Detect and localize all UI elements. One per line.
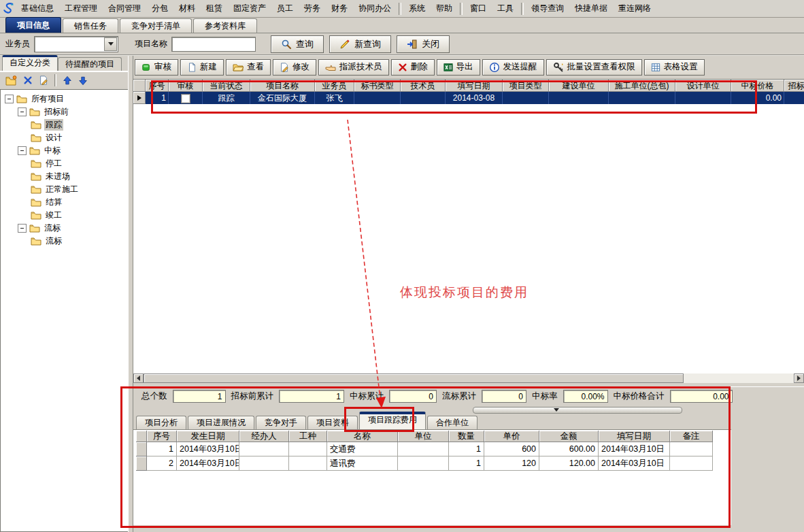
horizontal-scrollbar[interactable] bbox=[133, 373, 804, 383]
tool-down-arrow-icon[interactable] bbox=[78, 76, 88, 86]
column-header-单价[interactable]: 单价 bbox=[484, 431, 539, 442]
menu-item-材料[interactable]: 材料 bbox=[173, 1, 201, 16]
tab-项目跟踪费用[interactable]: 项目跟踪费用 bbox=[359, 412, 426, 429]
审核-button[interactable]: 审核 bbox=[135, 59, 178, 76]
删除-button[interactable]: 删除 bbox=[391, 59, 435, 76]
splitter-slider[interactable] bbox=[473, 407, 682, 414]
column-header-序号[interactable]: 序号 bbox=[146, 80, 169, 92]
column-header-备注[interactable]: 备注 bbox=[670, 431, 713, 442]
menu-item-系统[interactable]: 系统 bbox=[403, 1, 431, 16]
column-header-施工单位(总包)[interactable]: 施工单位(总包) bbox=[609, 80, 675, 92]
新查询-button[interactable]: 新查询 bbox=[329, 35, 391, 53]
column-header-业务员[interactable]: 业务员 bbox=[315, 80, 354, 92]
column-header-发生日期[interactable]: 发生日期 bbox=[177, 431, 239, 442]
tree-item-流标[interactable]: 流标 bbox=[1, 222, 128, 235]
column-header-数量[interactable]: 数量 bbox=[449, 431, 484, 442]
expand-collapse-box[interactable] bbox=[18, 146, 27, 155]
tree-item-设计[interactable]: 设计 bbox=[1, 131, 128, 144]
发送提醒-button[interactable]: 发送提醒 bbox=[482, 59, 544, 76]
tab-合作单位[interactable]: 合作单位 bbox=[427, 416, 478, 429]
tab-销售任务[interactable]: 销售任务 bbox=[63, 18, 118, 33]
menu-item-协同办公[interactable]: 协同办公 bbox=[353, 1, 397, 16]
tab-竞争对手清单[interactable]: 竞争对手清单 bbox=[120, 18, 192, 33]
column-header-金额[interactable]: 金额 bbox=[539, 431, 599, 442]
chevron-down-icon[interactable] bbox=[104, 37, 117, 51]
menu-item-领导查询[interactable]: 领导查询 bbox=[526, 1, 569, 16]
column-header-项目类型[interactable]: 项目类型 bbox=[503, 80, 549, 92]
tree-item-竣工[interactable]: 竣工 bbox=[1, 209, 128, 222]
tab-项目进展情况[interactable]: 项目进展情况 bbox=[188, 416, 254, 429]
menu-item-窗口[interactable]: 窗口 bbox=[465, 1, 492, 16]
tab-项目信息[interactable]: 项目信息 bbox=[5, 17, 61, 33]
menu-item-工程管理[interactable]: 工程管理 bbox=[59, 1, 103, 16]
menu-item-基础信息[interactable]: 基础信息 bbox=[16, 1, 59, 16]
vertical-splitter[interactable] bbox=[128, 56, 133, 532]
column-header-审核[interactable]: 审核 bbox=[169, 80, 203, 92]
tree-item-流标[interactable]: 流标 bbox=[1, 235, 128, 248]
column-header-中标价格[interactable]: 中标价格 bbox=[731, 80, 784, 92]
关闭-button[interactable]: 关闭 bbox=[397, 35, 450, 53]
salesman-combobox[interactable] bbox=[34, 36, 118, 52]
expand-collapse-box[interactable] bbox=[18, 107, 27, 116]
column-header-技术员[interactable]: 技术员 bbox=[401, 80, 446, 92]
menu-item-重连网络[interactable]: 重连网络 bbox=[613, 1, 656, 16]
expand-collapse-box[interactable] bbox=[18, 224, 27, 233]
tool-folder-add-icon[interactable] bbox=[5, 76, 17, 86]
tab-竞争对手[interactable]: 竞争对手 bbox=[256, 416, 306, 429]
column-header-项目名称[interactable]: 项目名称 bbox=[250, 80, 315, 92]
tree-item-招标前[interactable]: 招标前 bbox=[1, 105, 128, 118]
查询-button[interactable]: 查询 bbox=[271, 35, 324, 53]
menu-item-财务[interactable]: 财务 bbox=[326, 1, 353, 16]
指派技术员-button[interactable]: 指派技术员 bbox=[318, 59, 389, 76]
column-header-工种[interactable]: 工种 bbox=[289, 431, 327, 442]
menu-item-劳务[interactable]: 劳务 bbox=[299, 1, 326, 16]
tool-rename-icon[interactable] bbox=[39, 76, 48, 85]
column-header-填写日期[interactable]: 填写日期 bbox=[446, 80, 503, 92]
查看-button[interactable]: 查看 bbox=[226, 59, 271, 76]
scrollbar-thumb[interactable] bbox=[144, 373, 684, 383]
column-header-名称[interactable]: 名称 bbox=[327, 431, 398, 442]
表格设置-button[interactable]: 表格设置 bbox=[644, 59, 705, 76]
menu-item-工具[interactable]: 工具 bbox=[492, 1, 519, 16]
menu-item-员工[interactable]: 员工 bbox=[271, 1, 299, 16]
column-header-当前状态[interactable]: 当前状态 bbox=[203, 80, 250, 92]
tree-item-中标[interactable]: 中标 bbox=[1, 144, 128, 157]
tool-delete-x-icon[interactable] bbox=[23, 76, 33, 85]
tree-item-未进场[interactable]: 未进场 bbox=[1, 170, 128, 183]
tree-item-结算[interactable]: 结算 bbox=[1, 196, 128, 209]
column-header-建设单位[interactable]: 建设单位 bbox=[549, 80, 609, 92]
expense-row[interactable]: 22014年03月10日通讯费1120120.002014年03月10日 bbox=[136, 456, 713, 471]
menu-item-帮助[interactable]: 帮助 bbox=[431, 1, 458, 16]
expand-collapse-box[interactable] bbox=[5, 95, 14, 103]
tree-item-正常施工[interactable]: 正常施工 bbox=[1, 183, 128, 196]
menu-item-合同管理[interactable]: 合同管理 bbox=[103, 1, 146, 16]
menu-item-分包[interactable]: 分包 bbox=[146, 1, 173, 16]
修改-button[interactable]: 修改 bbox=[273, 59, 316, 76]
导出-button[interactable]: 导出 bbox=[437, 59, 480, 76]
menu-item-固定资产[interactable]: 固定资产 bbox=[228, 1, 271, 16]
tab-项目资料[interactable]: 项目资料 bbox=[307, 416, 358, 429]
column-header-设计单位[interactable]: 设计单位 bbox=[675, 80, 731, 92]
tool-up-arrow-icon[interactable] bbox=[63, 76, 72, 86]
expense-row[interactable]: 12014年03月10日交通费1600600.002014年03月10日 bbox=[136, 442, 713, 456]
scroll-left-button[interactable] bbox=[133, 373, 144, 383]
table-row[interactable]: 1跟踪金石国际大厦张飞2014-03-080.00 bbox=[133, 92, 804, 104]
tree-item-停工[interactable]: 停工 bbox=[1, 157, 128, 170]
tab-参考资料库[interactable]: 参考资料库 bbox=[193, 18, 257, 33]
tab-项目分析[interactable]: 项目分析 bbox=[136, 416, 186, 429]
column-header-标书类型[interactable]: 标书类型 bbox=[354, 80, 401, 92]
column-header-序号[interactable]: 序号 bbox=[147, 431, 177, 442]
tree-item-跟踪[interactable]: 跟踪 bbox=[1, 118, 128, 131]
scroll-right-button[interactable] bbox=[794, 373, 804, 383]
column-header-填写日期[interactable]: 填写日期 bbox=[599, 431, 670, 442]
column-header-招标价格[interactable]: 招标价格 bbox=[784, 80, 804, 92]
column-header-单位[interactable]: 单位 bbox=[398, 431, 449, 442]
menu-item-租赁[interactable]: 租赁 bbox=[201, 1, 228, 16]
collapse-chevron-icon[interactable] bbox=[554, 408, 559, 412]
menu-item-快捷单据[interactable]: 快捷单据 bbox=[569, 1, 613, 16]
新建-button[interactable]: 新建 bbox=[180, 59, 224, 76]
audit-checkbox[interactable] bbox=[181, 94, 190, 103]
tab-待提醒的项目[interactable]: 待提醒的项目 bbox=[58, 57, 122, 71]
project-name-input[interactable] bbox=[171, 37, 256, 52]
tab-自定义分类[interactable]: 自定义分类 bbox=[2, 55, 58, 71]
